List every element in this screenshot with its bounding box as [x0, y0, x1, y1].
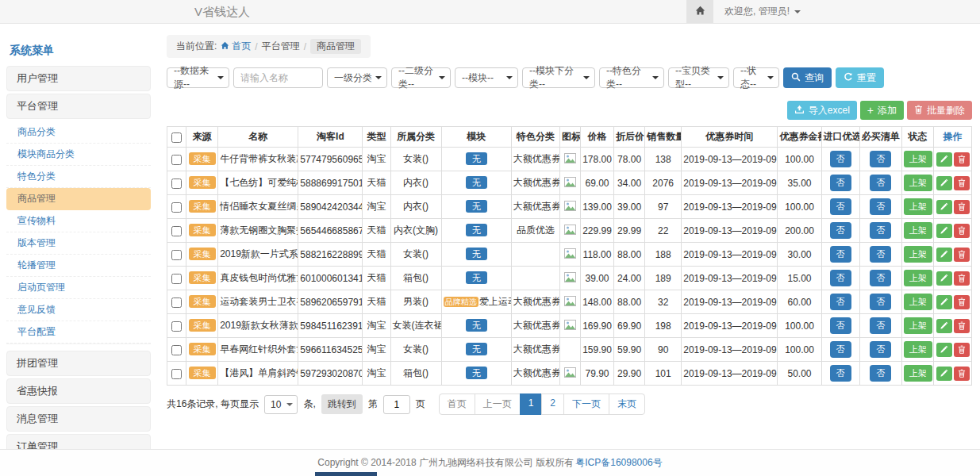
- edit-button[interactable]: [936, 295, 952, 309]
- page-button-下一页[interactable]: 下一页: [563, 393, 609, 415]
- reset-button[interactable]: 重置: [836, 67, 884, 88]
- edit-button[interactable]: [936, 343, 952, 357]
- delete-button[interactable]: [954, 176, 970, 190]
- delete-button[interactable]: [954, 200, 970, 214]
- edit-button[interactable]: [936, 224, 952, 238]
- delete-button[interactable]: [954, 271, 970, 286]
- import-select-toggle[interactable]: 否: [830, 175, 851, 191]
- row-checkbox[interactable]: [171, 155, 182, 165]
- must-buy-toggle[interactable]: 否: [870, 151, 891, 167]
- batch-delete-button[interactable]: 批量删除: [907, 101, 972, 120]
- add-button[interactable]: + 添加: [860, 101, 904, 120]
- import-select-toggle[interactable]: 否: [830, 341, 851, 358]
- filter-select-category1[interactable]: 一级分类: [327, 67, 387, 88]
- edit-button[interactable]: [936, 176, 952, 190]
- sidebar-item-拼团管理[interactable]: 拼团管理: [6, 351, 151, 376]
- edit-button[interactable]: [936, 200, 952, 214]
- edit-button[interactable]: [936, 319, 952, 333]
- filter-select-module-sub[interactable]: --模块下分类--: [522, 67, 595, 88]
- sidebar-subitem-商品分类[interactable]: 商品分类: [6, 121, 151, 144]
- page-number-input[interactable]: [383, 395, 410, 414]
- status-badge[interactable]: 上架: [904, 317, 932, 334]
- sidebar-subitem-模块商品分类[interactable]: 模块商品分类: [6, 144, 151, 166]
- must-buy-toggle[interactable]: 否: [870, 294, 891, 310]
- import-select-toggle[interactable]: 否: [830, 246, 851, 263]
- status-badge[interactable]: 上架: [904, 365, 932, 382]
- sidebar-item-用户管理[interactable]: 用户管理: [6, 66, 151, 91]
- select-all-checkbox[interactable]: [171, 132, 182, 143]
- import-select-toggle[interactable]: 否: [830, 198, 851, 215]
- status-badge[interactable]: 上架: [904, 246, 932, 263]
- delete-button[interactable]: [954, 319, 970, 333]
- status-badge[interactable]: 上架: [904, 151, 932, 167]
- status-badge[interactable]: 上架: [904, 270, 932, 286]
- edit-button[interactable]: [936, 152, 952, 167]
- status-badge[interactable]: 上架: [904, 294, 932, 310]
- row-checkbox[interactable]: [171, 226, 182, 236]
- import-select-toggle[interactable]: 否: [830, 294, 851, 310]
- filter-select-feature[interactable]: --特色分类--: [599, 67, 664, 88]
- row-checkbox[interactable]: [171, 298, 182, 308]
- filter-select-source[interactable]: --数据来源--: [167, 67, 229, 88]
- must-buy-toggle[interactable]: 否: [870, 270, 891, 286]
- row-checkbox[interactable]: [171, 178, 182, 189]
- row-checkbox[interactable]: [171, 369, 182, 379]
- import-select-toggle[interactable]: 否: [830, 222, 851, 239]
- delete-button[interactable]: [954, 248, 970, 262]
- home-nav-button[interactable]: [686, 0, 713, 23]
- row-checkbox[interactable]: [171, 250, 182, 260]
- user-menu[interactable]: 欢迎您, 管理员!: [713, 0, 812, 23]
- delete-button[interactable]: [954, 295, 970, 309]
- import-select-toggle[interactable]: 否: [830, 317, 851, 334]
- row-checkbox[interactable]: [171, 202, 182, 213]
- filter-select-category2[interactable]: --二级分类--: [391, 67, 451, 88]
- edit-button[interactable]: [936, 248, 952, 262]
- filter-select-item-type[interactable]: --宝贝类型--: [668, 67, 729, 88]
- search-button[interactable]: 查询: [783, 67, 832, 88]
- sidebar-subitem-特色分类[interactable]: 特色分类: [6, 166, 151, 188]
- status-badge[interactable]: 上架: [904, 341, 932, 358]
- breadcrumb-home-link[interactable]: 首页: [221, 40, 251, 53]
- page-button-1[interactable]: 1: [520, 393, 543, 415]
- edit-button[interactable]: [936, 367, 952, 381]
- status-badge[interactable]: 上架: [904, 198, 932, 215]
- sidebar-item-省惠快报[interactable]: 省惠快报: [6, 378, 151, 404]
- delete-button[interactable]: [954, 367, 970, 381]
- jump-button[interactable]: 跳转到: [321, 394, 363, 414]
- sidebar-subitem-平台配置[interactable]: 平台配置: [6, 321, 151, 344]
- page-button-2[interactable]: 2: [541, 393, 564, 415]
- must-buy-toggle[interactable]: 否: [870, 365, 891, 382]
- must-buy-toggle[interactable]: 否: [870, 246, 891, 263]
- status-badge[interactable]: 上架: [904, 175, 932, 191]
- page-button-首页[interactable]: 首页: [439, 393, 475, 415]
- per-page-select[interactable]: 10: [264, 395, 298, 414]
- page-button-上一页[interactable]: 上一页: [475, 393, 521, 415]
- sidebar-subitem-意见反馈[interactable]: 意见反馈: [6, 299, 151, 321]
- delete-button[interactable]: [954, 224, 970, 238]
- sidebar-subitem-启动页管理[interactable]: 启动页管理: [6, 277, 151, 299]
- must-buy-toggle[interactable]: 否: [870, 341, 891, 358]
- name-search-input[interactable]: [233, 67, 323, 88]
- must-buy-toggle[interactable]: 否: [870, 222, 891, 239]
- filter-select-status[interactable]: --状态--: [733, 67, 779, 88]
- edit-button[interactable]: [936, 271, 952, 286]
- import-select-toggle[interactable]: 否: [830, 365, 851, 382]
- delete-button[interactable]: [954, 343, 970, 357]
- must-buy-toggle[interactable]: 否: [870, 198, 891, 215]
- sidebar-subitem-版本管理[interactable]: 版本管理: [6, 232, 151, 255]
- sidebar-subitem-轮播管理[interactable]: 轮播管理: [6, 255, 151, 277]
- must-buy-toggle[interactable]: 否: [870, 175, 891, 191]
- status-badge[interactable]: 上架: [904, 222, 932, 239]
- row-checkbox[interactable]: [171, 274, 182, 284]
- icp-link[interactable]: 粤ICP备16098006号: [575, 456, 662, 470]
- row-checkbox[interactable]: [171, 321, 182, 332]
- import-excel-button[interactable]: 导入excel: [787, 101, 857, 120]
- row-checkbox[interactable]: [171, 345, 182, 355]
- sidebar-item-订单管理[interactable]: 订单管理: [6, 434, 151, 449]
- sidebar-subitem-宣传物料[interactable]: 宣传物料: [6, 210, 151, 232]
- sidebar-item-平台管理[interactable]: 平台管理: [6, 94, 151, 119]
- must-buy-toggle[interactable]: 否: [870, 317, 891, 334]
- sidebar-subitem-商品管理[interactable]: 商品管理: [6, 188, 151, 210]
- import-select-toggle[interactable]: 否: [830, 151, 851, 167]
- sidebar-item-消息管理[interactable]: 消息管理: [6, 406, 151, 432]
